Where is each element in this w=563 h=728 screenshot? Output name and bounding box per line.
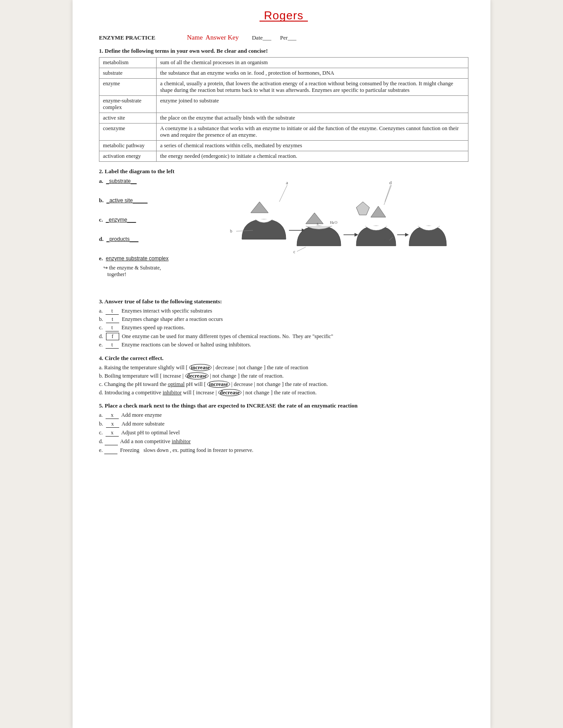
check-row-b: b. x Add more substrate (99, 421, 468, 428)
label-b: b. _active site_____ (99, 197, 187, 204)
svg-marker-11 (356, 202, 369, 215)
svg-text:d: d (389, 180, 392, 185)
diagram-note: ↪ the enzyme & Substrate, together! (103, 265, 187, 278)
header: ENZYME PRACTICE Name Answer Key Date___ … (99, 34, 468, 41)
check-row-a: a. x Add more enzyme (99, 412, 468, 419)
circle-row-d: d. Introducing a competitive inhibitor w… (99, 389, 468, 396)
section4-title: 4. Circle the correct effect. (99, 355, 468, 362)
definition-cell: the place on the enzyme that actually bi… (157, 113, 468, 124)
svg-line-2 (279, 185, 287, 202)
term-cell: active site (99, 113, 157, 124)
enzyme-diagram: a d b (196, 178, 468, 292)
svg-marker-4 (251, 202, 268, 213)
checklist-section: a. x Add more enzyme b. x Add more subst… (99, 412, 468, 454)
check-row-d: d. Add a non competitive inhibitor (99, 438, 468, 445)
circle-effect-section: a. Raising the temperature slightly will… (99, 364, 468, 396)
definition-cell: enzyme joined to substrate (157, 96, 468, 113)
term-cell: metabolism (99, 58, 157, 68)
tf-row-c: c. t Enzymes speed up reactions. (99, 324, 468, 331)
check-row-c: c. x Adjust pH to optimal level (99, 430, 468, 437)
term-cell: substrate (99, 68, 157, 79)
svg-text:c: c (293, 249, 296, 254)
svg-text:b: b (230, 229, 232, 233)
definition-cell: a series of chemical reactions within ce… (157, 141, 468, 151)
term-cell: enzyme-substrate complex (99, 96, 157, 113)
term-cell: enzyme (99, 79, 157, 96)
tf-row-b: b. t Enzymes change shape after a reacti… (99, 316, 468, 323)
circle-row-a: a. Raising the temperature slightly will… (99, 364, 468, 371)
svg-line-17 (297, 247, 306, 251)
page: Rogers ENZYME PRACTICE Name Answer Key D… (73, 0, 490, 728)
definition-cell: A coenzyme is a substance that works wit… (157, 124, 468, 141)
section5-title: 5. Place a check mark next to the things… (99, 402, 468, 409)
top-name: Rogers (99, 9, 468, 22)
diagram-labels: a. _substrate__ b. _active site_____ c. … (99, 178, 187, 292)
term-cell: metabolic pathway (99, 141, 157, 151)
section1-title: 1. Define the following terms in your ow… (99, 47, 468, 55)
svg-text:H₂O: H₂O (330, 220, 337, 225)
section2-title: 2. Label the diagram to the left (99, 168, 468, 175)
doc-title: ENZYME PRACTICE (99, 34, 187, 41)
svg-text:a: a (286, 180, 288, 185)
name-field: Name Answer Key (187, 34, 239, 41)
svg-text:e.: e. (384, 237, 387, 242)
definition-cell: sum of all the chemical processes in an … (157, 58, 468, 68)
section2-content: a. _substrate__ b. _active site_____ c. … (99, 178, 468, 292)
tf-row-e: e. t Enzyme reactions can be slowed or h… (99, 342, 468, 349)
section3-title: 3. Answer true of false to the following… (99, 298, 468, 305)
svg-line-13 (384, 185, 391, 205)
svg-marker-12 (371, 206, 386, 217)
circle-row-b: b. Boiling temperature will [ increase |… (99, 373, 468, 379)
label-e: e. enzyme substrate complex (99, 255, 187, 262)
svg-line-3 (385, 185, 391, 202)
date-field: Date___ (252, 34, 271, 41)
label-a: a. _substrate__ (99, 178, 187, 185)
svg-text:s: s (317, 221, 318, 226)
label-d: d. _products___ (99, 236, 187, 243)
definition-cell: the energy needed (endergonic) to initia… (157, 151, 468, 162)
definition-cell: a chemical, usually a protein, that lowe… (157, 79, 468, 96)
tf-row-a: a. t Enzymes interact with specific subs… (99, 308, 468, 315)
circle-row-c: c. Changing the pH toward the optimal pH… (99, 381, 468, 388)
check-row-e: e. Freezing slows down , ex. putting foo… (99, 447, 468, 454)
name-value: Answer Key (205, 34, 238, 41)
definition-cell: the substance that an enzyme works on ie… (157, 68, 468, 79)
tf-row-d: d. f One enzyme can be used for many dif… (99, 333, 468, 340)
label-c: c. _enzyme___ (99, 216, 187, 223)
true-false-section: a. t Enzymes interact with specific subs… (99, 308, 468, 349)
per-field: Per___ (280, 34, 296, 41)
term-cell: activation energy (99, 151, 157, 162)
definitions-table: metabolismsum of all the chemical proces… (99, 57, 468, 162)
svg-marker-8 (306, 213, 323, 224)
term-cell: coenzyme (99, 124, 157, 141)
